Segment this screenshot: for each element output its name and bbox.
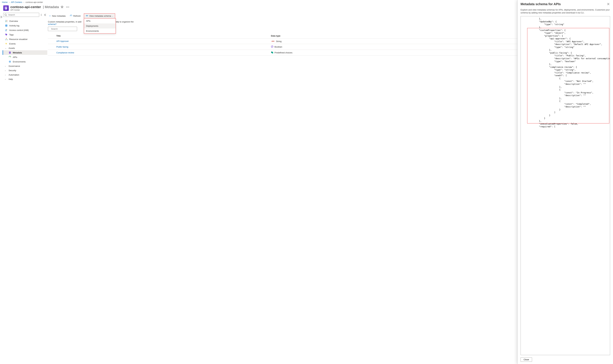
- metadata-title-link[interactable]: Public facing: [56, 46, 68, 48]
- column-header-datatype[interactable]: Data type: [269, 33, 520, 39]
- schema-flyout: Metadata schema for APIs Explore and vie…: [518, 0, 613, 364]
- sidebar-item-label: Assets: [9, 47, 15, 49]
- sidebar-item-access-control[interactable]: Access control (IAM): [3, 28, 47, 32]
- breadcrumb-separator: ›: [24, 1, 24, 3]
- breadcrumb-home[interactable]: Home: [2, 1, 8, 3]
- sidebar-item-apis[interactable]: APIs: [3, 55, 47, 59]
- sidebar-item-metadata[interactable]: Metadata: [3, 50, 47, 55]
- sidebar-group-governance[interactable]: › Governance: [3, 64, 47, 68]
- sidebar-group-security[interactable]: › Security: [3, 68, 47, 73]
- schema-json: }, "UpdatedBy": { "type": "string" }, "c…: [521, 16, 610, 129]
- dropdown-item-apis[interactable]: APIs: [84, 18, 116, 24]
- sidebar-item-label: Overview: [9, 20, 18, 22]
- chevron-right-icon: ›: [5, 65, 7, 67]
- sidebar-item-label: Tags: [9, 34, 14, 36]
- string-type-icon: ABC: [271, 40, 275, 42]
- svg-rect-2: [5, 8, 7, 8]
- metadata-filter-input[interactable]: [51, 27, 79, 30]
- breadcrumb-api-centers[interactable]: API Centers: [11, 1, 22, 3]
- more-icon[interactable]: ⋯: [65, 5, 70, 9]
- chevron-down-icon: ⌄: [5, 47, 7, 49]
- metadata-title-link[interactable]: API Approver: [56, 40, 69, 42]
- sidebar-item-label: Events: [9, 42, 16, 45]
- metadata-filter[interactable]: [48, 27, 77, 31]
- chevron-right-double-icon: [0, 16, 3, 18]
- sidebar-item-label: Automation: [9, 74, 19, 76]
- chevron-right-icon: ›: [5, 70, 7, 72]
- sidebar-item-label: Help: [9, 78, 13, 80]
- resource-name: contoso-api-center: [10, 5, 41, 9]
- schema-help-link[interactable]: schema?: [48, 23, 56, 26]
- events-icon: [5, 42, 8, 45]
- sidebar-item-label: Environments: [13, 61, 26, 63]
- page-title: contoso-api-center | Metadata ☆ ⋯: [10, 5, 70, 9]
- button-label: View metadata schema: [89, 15, 111, 17]
- expand-collapse-toggle[interactable]: [40, 13, 43, 16]
- svg-line-5: [6, 15, 7, 16]
- dropdown-item-deployments[interactable]: Deployments: [84, 24, 116, 28]
- resource-visualizer-icon: [5, 38, 8, 40]
- sidebar-group-help[interactable]: › Help: [3, 77, 47, 81]
- view-schema-button[interactable]: View metadata schema ⌄: [84, 13, 115, 18]
- breadcrumb-separator: ›: [9, 1, 10, 3]
- svg-rect-1: [5, 7, 7, 8]
- refresh-button[interactable]: Refresh: [69, 14, 82, 18]
- refresh-icon: [70, 14, 72, 17]
- svg-point-16: [6, 29, 7, 30]
- column-header-title[interactable]: Title: [54, 33, 269, 39]
- close-button[interactable]: Close: [520, 357, 532, 362]
- cell-value: Predefined choices: [274, 52, 292, 54]
- sidebar-item-activity-log[interactable]: Activity log: [3, 23, 47, 28]
- flyout-subtitle: Explore and view metadata schemas for AP…: [518, 7, 613, 16]
- svg-rect-31: [272, 52, 273, 53]
- sidebar-item-resource-visualizer[interactable]: Resource visualizer: [3, 37, 47, 41]
- collapse-menu-icon[interactable]: [43, 13, 46, 16]
- sidebar-item-label: Resource visualizer: [9, 38, 27, 40]
- button-label: Refresh: [73, 15, 81, 17]
- sidebar-item-tags[interactable]: Tags: [3, 32, 47, 37]
- breadcrumb-current: contoso-api-center: [26, 1, 43, 3]
- svg-point-15: [6, 29, 6, 30]
- apis-icon: [9, 56, 11, 58]
- access-control-icon: [5, 29, 8, 31]
- svg-rect-3: [5, 8, 6, 9]
- sidebar-item-label: APIs: [13, 56, 17, 58]
- sidebar-item-environments[interactable]: Environments: [3, 59, 47, 64]
- svg-point-4: [5, 14, 6, 15]
- expand-global-nav[interactable]: [0, 4, 3, 364]
- sidebar-group-assets[interactable]: ⌄ Assets: [3, 46, 47, 50]
- schema-code-box[interactable]: }, "UpdatedBy": { "type": "string" }, "c…: [520, 16, 610, 355]
- chevron-down-icon: ⌄: [112, 15, 113, 17]
- environments-icon: [9, 60, 11, 63]
- sidebar-item-events[interactable]: Events: [3, 41, 47, 46]
- button-label: New metadata: [52, 15, 66, 17]
- chevron-right-icon: ›: [5, 78, 7, 80]
- search-icon: [4, 13, 7, 16]
- metadata-icon: [9, 51, 11, 54]
- flyout-title: Metadata schema for APIs: [520, 2, 561, 6]
- dropdown-item-environments[interactable]: Environments: [84, 28, 116, 34]
- cell-value: String: [276, 40, 282, 42]
- pin-icon[interactable]: ☆: [60, 5, 64, 9]
- svg-rect-12: [5, 25, 7, 26]
- new-metadata-button[interactable]: ＋ New metadata: [48, 14, 67, 18]
- chevron-right-icon: ›: [5, 74, 7, 76]
- sidebar-item-label: Governance: [9, 65, 20, 67]
- sidebar-group-automation[interactable]: › Automation: [3, 73, 47, 77]
- sidebar-item-label: Metadata: [13, 52, 22, 54]
- resource-menu-search[interactable]: [3, 13, 39, 17]
- cell-value: Boolean: [274, 46, 282, 48]
- plus-icon: ＋: [49, 14, 51, 17]
- resource-menu-search-input[interactable]: [8, 13, 38, 16]
- view-schema-dropdown: View metadata schema ⌄ APIs Deployments …: [84, 13, 115, 18]
- sidebar-item-label: Access control (IAM): [9, 29, 29, 31]
- resource-type-label: API Center: [10, 9, 70, 11]
- choices-type-icon: [271, 51, 273, 54]
- svg-point-17: [6, 34, 6, 34]
- sidebar-item-overview[interactable]: Overview: [3, 19, 47, 23]
- close-flyout-button[interactable]: [607, 2, 610, 6]
- overview-icon: [5, 20, 8, 22]
- eye-icon: [86, 14, 88, 17]
- metadata-title-link[interactable]: Compliance review: [56, 52, 74, 54]
- close-icon: [607, 3, 609, 5]
